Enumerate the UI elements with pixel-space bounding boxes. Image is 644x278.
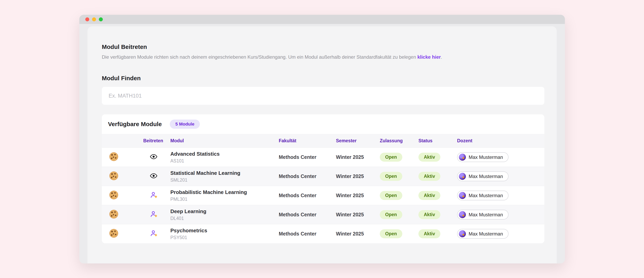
view-module-button[interactable] <box>150 153 158 161</box>
lecturer-chip[interactable]: Max Musterman <box>457 210 508 220</box>
status-badge: Aktiv <box>418 172 440 181</box>
faculty-cell: Methods Center <box>279 193 336 198</box>
user-plus-icon <box>150 210 158 219</box>
admission-badge: Open <box>380 191 402 200</box>
cookie-icon <box>110 191 118 199</box>
lecturer-chip[interactable]: Max Musterman <box>457 152 508 162</box>
col-header-modul: Modul <box>170 138 279 144</box>
faculty-cell: Methods Center <box>279 173 336 179</box>
col-header-zulassung: Zulassung <box>380 138 418 144</box>
status-badge: Aktiv <box>418 210 440 219</box>
join-module-button[interactable] <box>150 191 158 200</box>
cookie-icon <box>110 152 118 161</box>
status-badge: Aktiv <box>418 153 440 162</box>
cookie-icon <box>110 229 118 238</box>
lecturer-avatar <box>459 230 466 237</box>
semester-cell: Winter 2025 <box>336 212 380 218</box>
lecturer-avatar <box>459 192 466 199</box>
window-titlebar <box>79 15 565 24</box>
module-name: Statistical Machine Learning <box>170 170 279 176</box>
cookie-icon <box>110 210 118 219</box>
module-name: Deep Learning <box>170 208 279 215</box>
klicke-hier-link[interactable]: klicke hier <box>418 54 441 60</box>
module-name: Psychometrics <box>170 227 279 234</box>
available-modules-card: Verfügbare Module 5 Module Beitreten Mod… <box>102 114 544 243</box>
lecturer-name: Max Musterman <box>469 212 503 218</box>
minimize-window-button[interactable] <box>92 17 96 21</box>
eye-icon <box>150 172 158 180</box>
lecturer-avatar <box>459 173 466 180</box>
lecturer-chip[interactable]: Max Musterman <box>457 171 508 181</box>
user-plus-icon <box>150 229 158 238</box>
app-window: Modul Beitreten Die verfügbaren Module r… <box>79 15 565 263</box>
table-header-row: Beitreten Modul Fakultät Semester Zulass… <box>102 134 544 148</box>
module-code: PML301 <box>170 197 279 202</box>
table-row: Deep Learning DL401 Methods Center Winte… <box>102 205 544 224</box>
cookie-icon <box>110 171 118 180</box>
table-row: Statistical Machine Learning SML201 Meth… <box>102 167 544 186</box>
lecturer-chip[interactable]: Max Musterman <box>457 229 508 239</box>
admission-badge: Open <box>380 229 402 238</box>
maximize-window-button[interactable] <box>99 17 103 21</box>
status-badge: Aktiv <box>418 191 440 200</box>
search-section-title: Modul Finden <box>102 75 544 82</box>
module-code: SML201 <box>170 177 279 183</box>
col-header-semester: Semester <box>336 138 380 144</box>
admission-badge: Open <box>380 172 402 181</box>
module-code: PSY501 <box>170 235 279 240</box>
lecturer-name: Max Musterman <box>469 231 503 237</box>
faculty-cell: Methods Center <box>279 231 336 237</box>
col-header-dozent: Dozent <box>457 138 544 144</box>
module-code: AS101 <box>170 158 279 164</box>
lecturer-name: Max Musterman <box>469 174 503 179</box>
module-count-badge: 5 Module <box>170 119 200 129</box>
lecturer-avatar <box>459 154 466 161</box>
lecturer-chip[interactable]: Max Musterman <box>457 191 508 200</box>
page-title: Modul Beitreten <box>102 44 544 50</box>
eye-icon <box>150 153 158 161</box>
admission-badge: Open <box>380 153 402 162</box>
page-subtitle: Die verfügbaren Module richten sich nach… <box>102 54 544 60</box>
join-module-button[interactable] <box>150 229 158 238</box>
join-module-button[interactable] <box>150 210 158 219</box>
faculty-cell: Methods Center <box>279 154 336 160</box>
lecturer-name: Max Musterman <box>469 193 503 198</box>
admission-badge: Open <box>380 210 402 219</box>
table-row: Probabilistic Machine Learning PML301 Me… <box>102 186 544 205</box>
col-header-status: Status <box>418 138 457 144</box>
content-panel: Modul Beitreten Die verfügbaren Module r… <box>88 26 557 263</box>
semester-cell: Winter 2025 <box>336 173 380 179</box>
semester-cell: Winter 2025 <box>336 154 380 160</box>
module-name: Probabilistic Machine Learning <box>170 189 279 195</box>
lecturer-avatar <box>459 211 466 218</box>
faculty-cell: Methods Center <box>279 212 336 218</box>
table-row: Psychometrics PSY501 Methods Center Wint… <box>102 224 544 243</box>
subtitle-text: Die verfügbaren Module richten sich nach… <box>102 54 418 60</box>
close-window-button[interactable] <box>85 17 89 21</box>
col-header-beitreten: Beitreten <box>143 138 170 144</box>
module-name: Advanced Statistics <box>170 151 279 157</box>
user-plus-icon <box>150 191 158 200</box>
semester-cell: Winter 2025 <box>336 231 380 237</box>
status-badge: Aktiv <box>418 229 440 238</box>
module-search-input[interactable] <box>102 87 544 105</box>
table-row: Advanced Statistics AS101 Methods Center… <box>102 148 544 167</box>
card-title: Verfügbare Module <box>108 121 162 127</box>
col-header-fakultaet: Fakultät <box>279 138 336 144</box>
view-module-button[interactable] <box>150 172 158 180</box>
semester-cell: Winter 2025 <box>336 193 380 198</box>
lecturer-name: Max Musterman <box>469 155 503 160</box>
subtitle-period: . <box>441 54 442 60</box>
module-code: DL401 <box>170 216 279 221</box>
card-header: Verfügbare Module 5 Module <box>102 114 544 134</box>
